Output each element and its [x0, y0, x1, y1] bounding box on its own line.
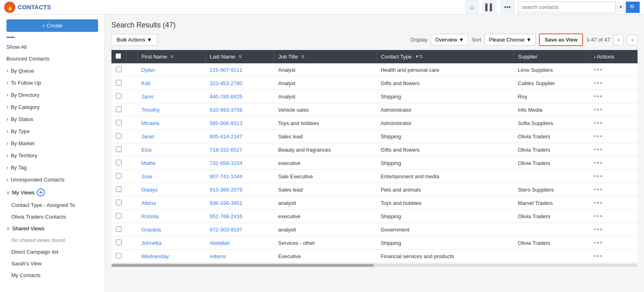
row-checkbox[interactable] — [116, 106, 122, 112]
row-checkbox[interactable] — [116, 67, 122, 72]
contact-last-name-link[interactable]: Abdallah — [210, 240, 230, 246]
contact-last-name-link[interactable]: 585-866-8313 — [210, 120, 242, 126]
contact-first-name-link[interactable]: Micaela — [141, 120, 159, 126]
sidebar-item-olivia-traders-contacts[interactable]: Olivia Traders Contacts — [0, 211, 105, 223]
row-actions-dots[interactable]: ••• — [594, 199, 603, 206]
contact-first-name-link[interactable]: Mattie — [141, 160, 155, 166]
sidebar-item-by-status[interactable]: By Status — [0, 113, 105, 125]
row-checkbox[interactable] — [116, 173, 122, 179]
contact-last-name-link[interactable]: 913-388-2079 — [210, 187, 242, 193]
shared-views-section[interactable]: Shared Views — [0, 223, 105, 234]
more-button[interactable]: ••• — [500, 0, 515, 15]
sidebar-item-by-queue[interactable]: By Queue — [0, 65, 105, 77]
scrollbar-thumb[interactable] — [111, 264, 374, 267]
sidebar-item-by-tag[interactable]: By Tag — [0, 161, 105, 173]
row-checkbox[interactable] — [116, 93, 122, 99]
row-checkbox[interactable] — [116, 120, 122, 125]
contact-last-name-link[interactable]: 323-453-2780 — [210, 80, 242, 86]
row-actions-dots[interactable]: ••• — [594, 252, 603, 259]
sidebar-collapse-handle[interactable]: ‹ — [105, 145, 105, 161]
col-header-job-title[interactable]: Job Title ⇅ — [274, 50, 377, 63]
row-actions-dots[interactable]: ••• — [594, 119, 603, 126]
pagination-prev-button[interactable]: ‹ — [613, 35, 624, 45]
contact-first-name-link[interactable]: Kati — [141, 80, 150, 86]
contact-first-name-link[interactable]: Dylan — [141, 67, 155, 73]
save-as-view-button[interactable]: Save as View — [539, 33, 583, 46]
contact-first-name-link[interactable]: Johnetta — [141, 240, 162, 246]
home-button[interactable]: ⌂ — [465, 0, 479, 15]
pagination-next-button[interactable]: › — [627, 35, 638, 45]
row-actions-dots[interactable]: ••• — [594, 239, 603, 246]
contact-last-name-link[interactable]: 907-741-1044 — [210, 173, 242, 179]
contact-first-name-link[interactable]: Elza — [141, 147, 151, 153]
bulk-actions-button[interactable]: Bulk Actions ▼ — [111, 34, 157, 46]
contact-first-name-link[interactable]: Graciela — [141, 227, 161, 233]
sidebar-item-my-contacts[interactable]: My Contacts — [0, 269, 105, 281]
sidebar-item-by-directory[interactable]: By Directory — [0, 89, 105, 101]
search-go-button[interactable]: 🔍 — [626, 2, 640, 13]
row-checkbox[interactable] — [116, 186, 122, 192]
row-actions-dots[interactable]: ••• — [594, 106, 603, 113]
col-header-last-name[interactable]: Last Name ⇅ — [206, 50, 274, 63]
row-actions-dots[interactable]: ••• — [594, 93, 603, 100]
row-actions-dots[interactable]: ••• — [594, 213, 603, 219]
contact-first-name-link[interactable]: Janis — [141, 94, 153, 100]
contact-last-name-link[interactable]: Adams — [210, 253, 226, 259]
contact-last-name-link[interactable]: 972-303-9197 — [210, 227, 242, 233]
row-checkbox[interactable] — [116, 213, 122, 219]
search-dropdown-button[interactable]: ▼ — [615, 2, 626, 13]
search-input[interactable] — [518, 4, 615, 10]
contact-first-name-link[interactable]: Albina — [141, 200, 156, 206]
row-checkbox[interactable] — [116, 200, 122, 205]
contact-first-name-link[interactable]: Timothy — [141, 107, 160, 113]
row-checkbox[interactable] — [116, 253, 122, 259]
create-button[interactable]: + Create — [6, 19, 98, 32]
contact-first-name-link[interactable]: Jose — [141, 173, 152, 179]
sidebar-item-sarahs-view[interactable]: Sarah's View — [0, 258, 105, 269]
contact-last-name-link[interactable]: 936-336-3951 — [210, 200, 242, 206]
sidebar-item-contact-type-assigned[interactable]: Contact Type - Assigned To — [0, 199, 105, 211]
sidebar-item-by-territory[interactable]: By Territory — [0, 149, 105, 161]
contact-first-name-link[interactable]: Rozella — [141, 213, 159, 219]
contact-last-name-link[interactable]: 732-658-3154 — [210, 160, 242, 166]
contact-last-name-link[interactable]: 440-780-8425 — [210, 94, 242, 100]
row-actions-dots[interactable]: ••• — [594, 226, 603, 233]
overview-button[interactable]: Overview ▼ — [431, 34, 468, 46]
row-checkbox[interactable] — [116, 146, 122, 152]
row-actions-dots[interactable]: ••• — [594, 66, 603, 73]
contact-last-name-link[interactable]: 718-332-6527 — [210, 147, 242, 153]
row-checkbox[interactable] — [116, 240, 122, 245]
sidebar-item-bounced-contacts[interactable]: Bounced Contacts — [0, 53, 105, 65]
contact-first-name-link[interactable]: Gladys — [141, 187, 157, 193]
sidebar-item-unresponded[interactable]: Unresponded Contacts — [0, 173, 105, 186]
sidebar-item-show-all[interactable]: Show All — [0, 41, 105, 53]
contact-last-name-link[interactable]: 510-993-3758 — [210, 107, 242, 113]
chart-button[interactable]: ▌▌ — [482, 0, 497, 15]
row-checkbox[interactable] — [116, 160, 122, 165]
row-actions-dots[interactable]: ••• — [594, 173, 603, 179]
row-actions-dots[interactable]: ••• — [594, 159, 603, 166]
contact-last-name-link[interactable]: 952-768-2416 — [210, 213, 242, 219]
contact-first-name-link[interactable]: Janet — [141, 133, 154, 140]
row-actions-dots[interactable]: ••• — [594, 133, 603, 140]
contact-last-name-link[interactable]: 605-414-2147 — [210, 133, 242, 140]
row-actions-dots[interactable]: ••• — [594, 186, 603, 193]
row-checkbox[interactable] — [116, 80, 122, 86]
row-checkbox[interactable] — [116, 226, 122, 232]
sidebar-item-by-market[interactable]: By Market — [0, 137, 105, 149]
sidebar-item-by-category[interactable]: By Category — [0, 101, 105, 113]
row-actions-dots[interactable]: ••• — [594, 79, 603, 86]
col-header-first-name[interactable]: First Name ⇅ — [137, 50, 206, 63]
contact-first-name-link[interactable]: Wednesday — [141, 253, 169, 259]
col-header-contact-type[interactable]: Contact Type ▼⇅ — [377, 50, 514, 63]
sidebar-item-by-type[interactable]: By Type — [0, 125, 105, 137]
add-view-button[interactable]: + — [37, 188, 45, 196]
row-actions-dots[interactable]: ••• — [594, 146, 603, 153]
please-choose-button[interactable]: Please Choose ▼ — [485, 34, 536, 46]
horizontal-scrollbar[interactable] — [111, 264, 638, 267]
sidebar-item-to-follow-up[interactable]: To Follow Up — [0, 77, 105, 89]
contact-last-name-link[interactable]: 215-907-9111 — [210, 67, 242, 73]
sidebar-item-direct-campaign[interactable]: Direct Campaign list — [0, 246, 105, 258]
select-all-checkbox[interactable] — [115, 53, 121, 59]
my-views-section[interactable]: My Views + — [0, 186, 105, 199]
